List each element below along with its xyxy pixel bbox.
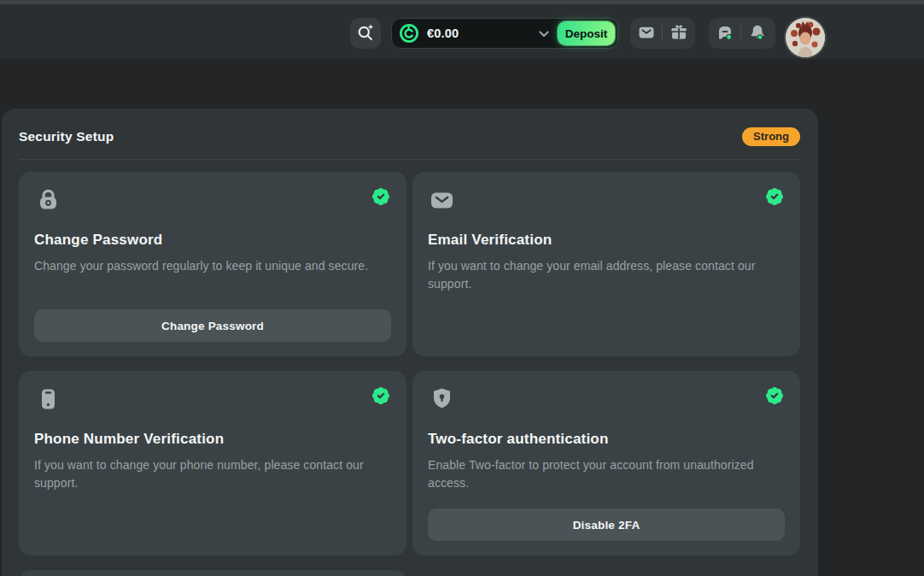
email-verification-card: Email Verification If you want to change… <box>412 172 800 356</box>
phone-verification-card: Phone Number Verification If you want to… <box>19 371 406 555</box>
mail-gift-group <box>630 18 695 49</box>
next-card-partial <box>19 570 406 576</box>
gift-icon <box>670 24 687 44</box>
balance-amount: €0.00 <box>427 26 459 40</box>
verified-badge-icon <box>371 385 391 409</box>
card-title: Email Verification <box>428 232 785 249</box>
top-navigation-bar: €0.00 Deposit <box>0 4 924 59</box>
card-description: If you want to change your phone number,… <box>34 456 391 492</box>
user-avatar[interactable] <box>786 18 825 57</box>
chat-icon <box>716 24 734 44</box>
shield-icon <box>428 385 456 416</box>
security-cards-grid: Change Password Change your password reg… <box>19 172 800 576</box>
mail-icon <box>638 24 655 44</box>
gift-button[interactable] <box>663 18 694 49</box>
balance-selector[interactable]: €0.00 Deposit <box>391 18 618 49</box>
panel-header: Security Setup Strong <box>19 127 800 146</box>
mail-icon <box>428 186 456 217</box>
deposit-button[interactable]: Deposit <box>558 21 615 45</box>
security-strength-badge: Strong <box>742 127 800 146</box>
divider <box>19 159 800 160</box>
verified-badge-icon <box>764 186 785 210</box>
card-title: Phone Number Verification <box>34 431 391 448</box>
security-setup-panel: Security Setup Strong <box>2 109 818 576</box>
mail-button[interactable] <box>630 18 662 49</box>
change-password-card: Change Password Change your password reg… <box>19 172 406 356</box>
phone-icon <box>34 385 62 416</box>
page-title: Security Setup <box>19 129 114 144</box>
change-password-button[interactable]: Change Password <box>34 309 391 342</box>
chat-button[interactable] <box>709 18 740 49</box>
search-icon <box>356 23 375 44</box>
lock-icon <box>34 186 62 217</box>
bell-icon <box>749 24 766 44</box>
verified-badge-icon <box>371 186 391 210</box>
verified-badge-icon <box>764 385 785 409</box>
notifications-button[interactable] <box>741 18 773 49</box>
card-title: Change Password <box>34 232 391 249</box>
two-factor-card: Two-factor authentication Enable Two-fac… <box>412 371 800 555</box>
coin-icon <box>399 23 419 44</box>
disable-2fa-button[interactable]: Disable 2FA <box>428 508 785 541</box>
card-description: If you want to change your email address… <box>428 257 785 293</box>
chevron-down-icon <box>539 31 549 38</box>
card-description: Change your password regularly to keep i… <box>34 257 391 275</box>
card-description: Enable Two-factor to protect your accoun… <box>428 456 785 492</box>
search-button[interactable] <box>350 18 381 49</box>
card-title: Two-factor authentication <box>428 431 785 448</box>
chat-bell-group <box>709 18 775 49</box>
